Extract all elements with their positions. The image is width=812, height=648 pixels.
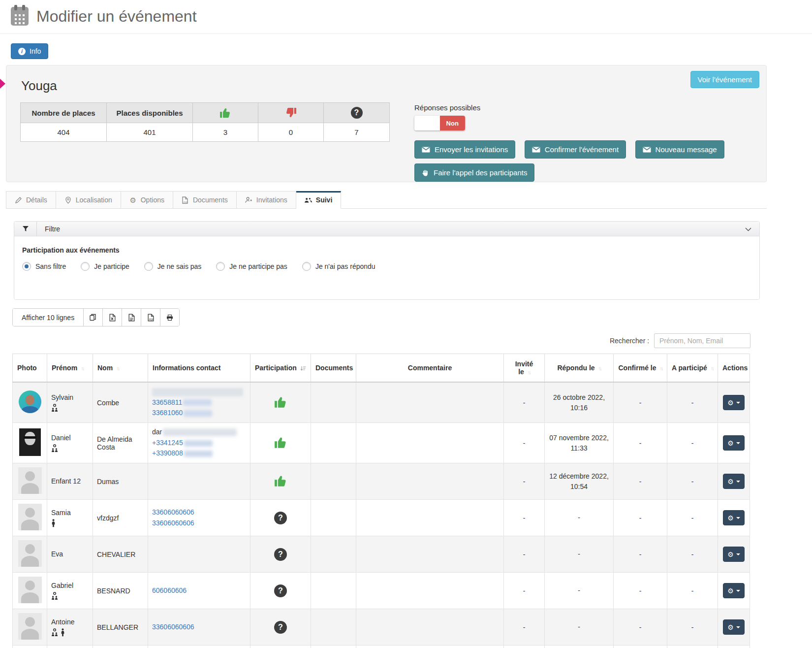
row-actions-button[interactable]: ⚙	[723, 583, 745, 598]
photo-cell	[13, 463, 47, 500]
attended-cell: -	[667, 609, 718, 646]
contact-cell: dar+3341245+3390808	[148, 423, 250, 463]
contact-cell	[148, 536, 250, 573]
table-header-row: Photo Prénom↑↓ Nom↑↓ Informations contac…	[13, 354, 750, 383]
tab-suivi[interactable]: Suivi	[296, 191, 341, 209]
map-pin-icon	[64, 196, 72, 204]
last-name-cell: Combe	[93, 382, 148, 423]
photo-cell	[13, 573, 47, 609]
col-participation[interactable]: Participation	[250, 354, 311, 383]
responded-cell: -	[545, 609, 614, 646]
responses-toggle[interactable]: Non	[414, 116, 465, 130]
sort-icon: ↑↓	[598, 365, 601, 371]
participation-cell	[250, 423, 311, 463]
excel-export-button[interactable]	[102, 309, 122, 326]
radio-icon	[22, 262, 31, 271]
row-actions-button[interactable]: ⚙	[723, 435, 745, 451]
invited-cell: -	[504, 463, 545, 500]
radio-pas-repondu[interactable]: Je n'ai pas répondu	[302, 262, 375, 271]
csv-export-button[interactable]	[122, 309, 141, 326]
last-name-cell	[93, 646, 148, 648]
phone-link[interactable]: +3341245	[152, 439, 183, 447]
confirmed-cell: -	[614, 382, 667, 423]
show-lines-button[interactable]: Afficher 10 lignes	[13, 309, 83, 326]
copy-button[interactable]	[83, 309, 102, 326]
phone-link[interactable]: +3390808	[152, 449, 183, 457]
stats-col-available: Places disponibles	[107, 103, 193, 123]
send-invitations-button[interactable]: Envoyer les invitations	[414, 140, 515, 159]
col-repondu-le[interactable]: Répondu le↑↓	[545, 354, 614, 383]
new-message-button[interactable]: Nouveau message	[635, 140, 724, 159]
col-nom[interactable]: Nom↑↓	[93, 354, 148, 383]
phone-link[interactable]: 606060606	[152, 586, 187, 594]
tab-localisation[interactable]: Localisation	[56, 191, 121, 209]
excel-icon	[109, 314, 116, 322]
sort-icon: ↑↓	[528, 369, 530, 375]
invited-cell: -	[504, 573, 545, 609]
row-actions-button[interactable]: ⚙	[723, 547, 745, 562]
gear-icon: ⚙	[727, 587, 734, 594]
event-name: Youga	[21, 78, 759, 94]
actions-cell: ⚙	[718, 382, 750, 423]
radio-je-ne-participe-pas[interactable]: Je ne participe pas	[216, 262, 287, 271]
print-button[interactable]	[160, 309, 179, 326]
participation-cell: ?	[250, 573, 311, 609]
col-confirme-le[interactable]: Confirmé le↑↓	[614, 354, 667, 383]
printer-icon	[166, 314, 173, 321]
tab-options[interactable]: ⚙ Options	[121, 191, 173, 209]
row-actions-button[interactable]: ⚙	[723, 474, 745, 489]
row-actions-button[interactable]: ⚙	[723, 510, 745, 525]
filter-panel: Filtre Participation aux événements Sans…	[14, 221, 760, 300]
tab-documents[interactable]: PDF Documents	[173, 191, 237, 209]
participation-filter-options: Sans filtre Je participe Je ne sais pas …	[22, 262, 759, 271]
contact-cell	[148, 646, 250, 648]
participation-cell: ?	[250, 609, 311, 646]
radio-icon	[302, 262, 311, 271]
pdf-export-button[interactable]: PDF	[141, 309, 160, 326]
phone-link[interactable]: 33606060606	[152, 508, 194, 516]
table-row: ⚙	[13, 646, 750, 648]
confirm-event-button[interactable]: Confirmer l'événement	[525, 140, 626, 159]
side-arrow-marker	[0, 79, 5, 89]
actions-cell: ⚙	[718, 536, 750, 573]
view-event-button[interactable]: Voir l'événement	[690, 71, 759, 88]
radio-sans-filtre[interactable]: Sans filtre	[22, 262, 66, 271]
search-row: Rechercher :	[6, 333, 750, 348]
invited-cell: -	[504, 382, 545, 423]
first-name-cell: Daniel	[47, 423, 93, 463]
info-button[interactable]: i Info	[11, 43, 48, 59]
search-input[interactable]	[654, 333, 750, 348]
radio-je-participe[interactable]: Je participe	[81, 262, 129, 271]
tab-invitations[interactable]: Invitations	[237, 191, 296, 209]
question-icon: ?	[274, 548, 287, 561]
documents-cell	[311, 382, 356, 423]
col-a-participe[interactable]: A participé↑↓	[667, 354, 718, 383]
col-prenom[interactable]: Prénom↑↓	[47, 354, 93, 383]
hand-icon	[422, 169, 429, 177]
event-panel: Voir l'événement Youga Nombre de places …	[6, 65, 767, 182]
radio-je-ne-sais-pas[interactable]: Je ne sais pas	[144, 262, 202, 271]
comment-cell	[356, 609, 504, 646]
tab-details[interactable]: Détails	[6, 191, 56, 209]
last-name-cell: CHEVALIER	[93, 536, 148, 573]
participation-cell	[250, 382, 311, 423]
comment-cell	[356, 536, 504, 573]
col-invite-le[interactable]: Invité le↑↓	[504, 354, 545, 383]
chevron-down-icon[interactable]	[745, 225, 751, 233]
row-actions-button[interactable]: ⚙	[723, 619, 745, 635]
phone-link[interactable]: 33681060	[152, 409, 183, 417]
table-row: Samiavfzdgzf3360606060633606060606?----⚙	[13, 500, 750, 536]
responded-cell	[545, 646, 614, 648]
col-documents: Documents	[311, 354, 356, 383]
row-actions-button[interactable]: ⚙	[723, 395, 745, 410]
avatar-placeholder	[18, 577, 42, 603]
phone-link[interactable]: 33606060606	[152, 519, 194, 527]
sort-icon: ↑↓	[81, 365, 83, 371]
gear-icon: ⚙	[727, 399, 734, 406]
roll-call-button[interactable]: Faire l'appel des participants	[414, 163, 534, 182]
phone-link[interactable]: 33606060606	[152, 623, 194, 631]
avatar-placeholder	[18, 540, 42, 567]
filter-header[interactable]: Filtre	[14, 222, 759, 236]
contact-cell: 606060606	[148, 573, 250, 609]
phone-link[interactable]: 33658811	[152, 398, 182, 406]
